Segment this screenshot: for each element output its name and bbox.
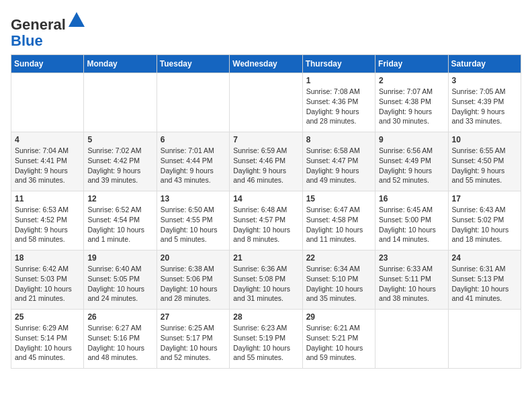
- page-header: General Blue: [11, 11, 521, 49]
- day-number: 9: [379, 135, 444, 144]
- calendar-cell: [230, 73, 302, 132]
- calendar-cell: 11Sunrise: 6:53 AM Sunset: 4:52 PM Dayli…: [11, 191, 84, 250]
- day-info: Sunrise: 7:05 AM Sunset: 4:39 PM Dayligh…: [452, 87, 517, 126]
- day-number: 7: [233, 135, 298, 144]
- day-info: Sunrise: 7:07 AM Sunset: 4:38 PM Dayligh…: [379, 87, 444, 126]
- col-header-friday: Friday: [375, 55, 448, 73]
- calendar-cell: [448, 310, 521, 369]
- day-number: 26: [87, 312, 152, 322]
- day-number: 14: [233, 194, 298, 203]
- calendar-cell: 20Sunrise: 6:38 AM Sunset: 5:06 PM Dayli…: [157, 250, 229, 310]
- calendar-cell: 22Sunrise: 6:34 AM Sunset: 5:10 PM Dayli…: [302, 250, 375, 310]
- logo-icon: [67, 11, 86, 30]
- day-number: 3: [452, 76, 517, 85]
- calendar-cell: 27Sunrise: 6:25 AM Sunset: 5:17 PM Dayli…: [157, 310, 229, 369]
- day-info: Sunrise: 6:52 AM Sunset: 4:54 PM Dayligh…: [87, 205, 152, 244]
- calendar-cell: 5Sunrise: 7:02 AM Sunset: 4:42 PM Daylig…: [84, 132, 157, 191]
- day-number: 29: [306, 312, 371, 322]
- day-number: 23: [379, 253, 444, 263]
- day-number: 12: [87, 194, 152, 203]
- logo-blue-text: Blue: [11, 32, 43, 49]
- calendar-cell: 24Sunrise: 6:31 AM Sunset: 5:13 PM Dayli…: [448, 250, 521, 310]
- day-number: 8: [306, 135, 371, 144]
- day-info: Sunrise: 6:23 AM Sunset: 5:19 PM Dayligh…: [233, 323, 298, 363]
- calendar-cell: 29Sunrise: 6:21 AM Sunset: 5:21 PM Dayli…: [302, 310, 375, 369]
- day-info: Sunrise: 7:04 AM Sunset: 4:41 PM Dayligh…: [15, 146, 80, 185]
- day-info: Sunrise: 6:25 AM Sunset: 5:17 PM Dayligh…: [161, 323, 226, 363]
- day-info: Sunrise: 6:56 AM Sunset: 4:49 PM Dayligh…: [379, 146, 444, 185]
- calendar-cell: 7Sunrise: 6:59 AM Sunset: 4:46 PM Daylig…: [230, 132, 302, 191]
- col-header-sunday: Sunday: [11, 55, 84, 73]
- calendar-cell: 8Sunrise: 6:58 AM Sunset: 4:47 PM Daylig…: [302, 132, 375, 191]
- calendar-cell: [157, 73, 229, 132]
- day-number: 22: [306, 253, 371, 263]
- day-number: 2: [379, 76, 444, 85]
- day-number: 27: [161, 312, 226, 322]
- day-number: 19: [87, 253, 152, 263]
- calendar-cell: 10Sunrise: 6:55 AM Sunset: 4:50 PM Dayli…: [448, 132, 521, 191]
- day-number: 13: [161, 194, 226, 203]
- day-info: Sunrise: 7:02 AM Sunset: 4:42 PM Dayligh…: [87, 146, 152, 185]
- calendar-cell: [375, 310, 448, 369]
- col-header-monday: Monday: [84, 55, 157, 73]
- calendar-table: SundayMondayTuesdayWednesdayThursdayFrid…: [11, 54, 521, 369]
- day-info: Sunrise: 7:08 AM Sunset: 4:36 PM Dayligh…: [306, 87, 371, 126]
- day-number: 5: [87, 135, 152, 144]
- calendar-cell: 2Sunrise: 7:07 AM Sunset: 4:38 PM Daylig…: [375, 73, 448, 132]
- calendar-cell: 25Sunrise: 6:29 AM Sunset: 5:14 PM Dayli…: [11, 310, 84, 369]
- day-info: Sunrise: 6:58 AM Sunset: 4:47 PM Dayligh…: [306, 146, 371, 185]
- day-info: Sunrise: 6:43 AM Sunset: 5:02 PM Dayligh…: [452, 205, 517, 244]
- day-info: Sunrise: 6:34 AM Sunset: 5:10 PM Dayligh…: [306, 264, 371, 304]
- day-info: Sunrise: 6:48 AM Sunset: 4:57 PM Dayligh…: [233, 205, 298, 244]
- day-number: 24: [452, 253, 517, 263]
- day-number: 10: [452, 135, 517, 144]
- calendar-cell: 14Sunrise: 6:48 AM Sunset: 4:57 PM Dayli…: [230, 191, 302, 250]
- day-info: Sunrise: 6:59 AM Sunset: 4:46 PM Dayligh…: [233, 146, 298, 185]
- calendar-cell: 6Sunrise: 7:01 AM Sunset: 4:44 PM Daylig…: [157, 132, 229, 191]
- calendar-cell: [84, 73, 157, 132]
- day-number: 4: [15, 135, 80, 144]
- day-info: Sunrise: 6:38 AM Sunset: 5:06 PM Dayligh…: [161, 264, 226, 304]
- logo-general-text: General: [11, 16, 66, 33]
- day-info: Sunrise: 6:47 AM Sunset: 4:58 PM Dayligh…: [306, 205, 371, 244]
- calendar-cell: 19Sunrise: 6:40 AM Sunset: 5:05 PM Dayli…: [84, 250, 157, 310]
- day-info: Sunrise: 6:50 AM Sunset: 4:55 PM Dayligh…: [161, 205, 226, 244]
- calendar-cell: 26Sunrise: 6:27 AM Sunset: 5:16 PM Dayli…: [84, 310, 157, 369]
- day-number: 17: [452, 194, 517, 203]
- logo: General Blue: [11, 11, 86, 49]
- day-info: Sunrise: 6:31 AM Sunset: 5:13 PM Dayligh…: [452, 264, 517, 304]
- day-number: 20: [161, 253, 226, 263]
- day-number: 1: [306, 76, 371, 85]
- day-number: 11: [15, 194, 80, 203]
- calendar-cell: 1Sunrise: 7:08 AM Sunset: 4:36 PM Daylig…: [302, 73, 375, 132]
- calendar-cell: 9Sunrise: 6:56 AM Sunset: 4:49 PM Daylig…: [375, 132, 448, 191]
- calendar-cell: 13Sunrise: 6:50 AM Sunset: 4:55 PM Dayli…: [157, 191, 229, 250]
- day-number: 21: [233, 253, 298, 263]
- day-info: Sunrise: 6:40 AM Sunset: 5:05 PM Dayligh…: [87, 264, 152, 304]
- day-number: 18: [15, 253, 80, 263]
- col-header-thursday: Thursday: [302, 55, 375, 73]
- calendar-cell: 17Sunrise: 6:43 AM Sunset: 5:02 PM Dayli…: [448, 191, 521, 250]
- day-info: Sunrise: 6:27 AM Sunset: 5:16 PM Dayligh…: [87, 323, 152, 363]
- day-info: Sunrise: 6:36 AM Sunset: 5:08 PM Dayligh…: [233, 264, 298, 304]
- calendar-cell: 18Sunrise: 6:42 AM Sunset: 5:03 PM Dayli…: [11, 250, 84, 310]
- calendar-cell: 12Sunrise: 6:52 AM Sunset: 4:54 PM Dayli…: [84, 191, 157, 250]
- day-number: 28: [233, 312, 298, 322]
- day-info: Sunrise: 6:45 AM Sunset: 5:00 PM Dayligh…: [379, 205, 444, 244]
- calendar-cell: 3Sunrise: 7:05 AM Sunset: 4:39 PM Daylig…: [448, 73, 521, 132]
- calendar-cell: 4Sunrise: 7:04 AM Sunset: 4:41 PM Daylig…: [11, 132, 84, 191]
- col-header-wednesday: Wednesday: [230, 55, 302, 73]
- day-info: Sunrise: 7:01 AM Sunset: 4:44 PM Dayligh…: [161, 146, 226, 185]
- day-number: 16: [379, 194, 444, 203]
- svg-marker-0: [69, 12, 85, 27]
- calendar-cell: 16Sunrise: 6:45 AM Sunset: 5:00 PM Dayli…: [375, 191, 448, 250]
- col-header-tuesday: Tuesday: [157, 55, 229, 73]
- day-info: Sunrise: 6:53 AM Sunset: 4:52 PM Dayligh…: [15, 205, 80, 244]
- day-info: Sunrise: 6:21 AM Sunset: 5:21 PM Dayligh…: [306, 323, 371, 363]
- calendar-cell: [11, 73, 84, 132]
- calendar-cell: 21Sunrise: 6:36 AM Sunset: 5:08 PM Dayli…: [230, 250, 302, 310]
- day-info: Sunrise: 6:33 AM Sunset: 5:11 PM Dayligh…: [379, 264, 444, 304]
- day-info: Sunrise: 6:42 AM Sunset: 5:03 PM Dayligh…: [15, 264, 80, 304]
- calendar-cell: 15Sunrise: 6:47 AM Sunset: 4:58 PM Dayli…: [302, 191, 375, 250]
- col-header-saturday: Saturday: [448, 55, 521, 73]
